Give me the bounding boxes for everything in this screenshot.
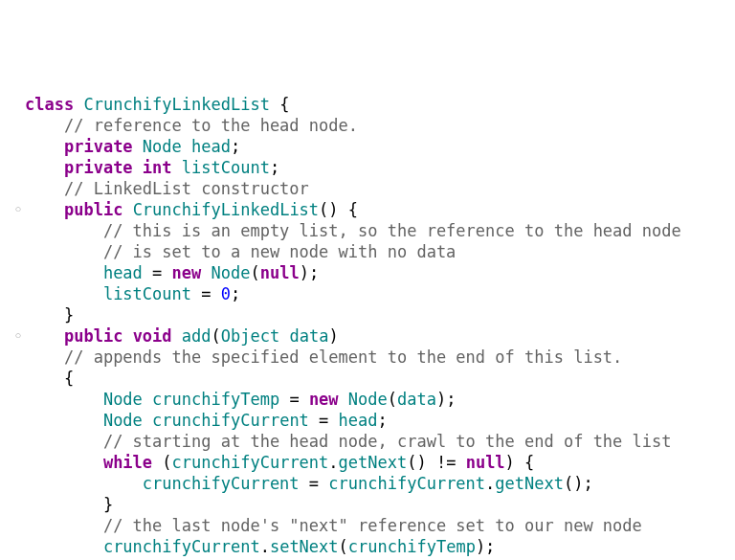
token-black [143,411,152,430]
token-black: (); [564,474,593,493]
token-kw: while [103,453,152,472]
token-id: data [289,326,328,346]
token-black [201,263,211,282]
token-black: . [260,537,270,556]
token-id: crunchifyCurrent [172,453,329,472]
token-id: head [103,263,143,282]
token-id: getNext [495,474,564,493]
token-cmt: // reference to the head node. [64,116,358,135]
code-line-content: // the last node's "next" reference set … [25,515,722,536]
code-line-content: crunchifyCurrent = crunchifyCurrent.getN… [25,473,722,494]
token-id: Node [348,390,388,409]
code-line-content: // LinkedList constructor [25,178,722,199]
code-line: crunchifyCurrent.setNext(crunchifyTemp); [13,536,722,557]
token-black: ( [152,453,171,472]
token-black: = [191,284,221,303]
token-black: = [300,474,329,493]
token-id: listCount [182,158,270,177]
token-black: ); [476,537,495,556]
token-black [74,95,83,114]
token-cmt: // appends the specified element to the … [64,347,622,367]
token-black: { [270,95,289,114]
token-black: ); [300,263,319,282]
token-black [143,390,152,409]
token-black: ( [250,263,259,282]
token-black: ( [339,537,348,556]
token-id: CrunchifyLinkedList [83,95,269,114]
token-black: . [328,453,338,472]
token-id: Node [143,137,182,156]
token-black: ( [388,390,397,409]
code-line-content: while (crunchifyCurrent.getNext() != nul… [25,452,722,473]
token-black: ); [436,390,456,409]
token-id: crunchifyCurrent [152,411,309,430]
token-id: listCount [103,284,191,303]
code-line: while (crunchifyCurrent.getNext() != nul… [13,452,722,473]
code-line: private int listCount; [13,157,722,178]
token-null: null [466,453,505,472]
code-line: Node crunchifyCurrent = head; [13,410,722,431]
code-line-content: listCount = 0; [25,283,722,304]
token-black [133,158,143,177]
gutter-marker-icon [13,199,25,220]
code-line-content: Node crunchifyCurrent = head; [25,410,722,431]
code-line: { [13,368,722,389]
token-black: ; [378,411,388,430]
code-line: Node crunchifyTemp = new Node(data); [13,389,722,410]
token-id: Node [103,390,143,409]
code-line: class CrunchifyLinkedList { [13,94,722,115]
code-line-content: Node crunchifyTemp = new Node(data); [25,389,722,410]
code-line-content: // is set to a new node with no data [25,241,722,262]
token-id: crunchifyCurrent [103,537,260,556]
token-id: add [182,326,212,346]
token-black: ) { [505,453,535,472]
token-id: Object [221,326,279,346]
token-cmt: // LinkedList constructor [64,179,309,198]
token-cmt: // this is an empty list, so the referen… [103,221,681,240]
token-null: null [260,263,300,282]
code-line-content: public CrunchifyLinkedList() { [25,199,722,220]
code-line-content: // appends the specified element to the … [25,347,722,368]
token-black: } [64,305,74,325]
token-kw: private [64,137,133,156]
token-kw: new [172,263,202,282]
code-line: listCount = 0; [13,283,722,304]
code-line: crunchifyCurrent = crunchifyCurrent.getN… [13,473,722,494]
token-kw: public [64,200,122,219]
token-id: Node [212,263,251,282]
code-line-content: // starting at the head node, crawl to t… [25,431,722,452]
token-id: data [397,390,436,409]
token-id: head [191,137,231,156]
token-id: crunchifyCurrent [143,474,300,493]
token-id: Node [103,411,143,430]
token-cmt: // starting at the head node, crawl to t… [103,432,672,451]
token-id: head [339,411,378,430]
code-block: class CrunchifyLinkedList { // reference… [13,94,722,560]
code-line-content: // this is an empty list, so the referen… [25,220,722,241]
token-black [122,200,132,219]
token-black: () { [319,200,358,219]
code-line-content: head = new Node(null); [25,262,722,283]
token-kw: void [133,326,172,346]
token-id: setNext [270,537,339,556]
code-line: // appends the specified element to the … [13,347,722,368]
token-black [172,158,182,177]
token-cmt: // is set to a new node with no data [103,242,456,261]
code-line: } [13,494,722,515]
token-black: ) [328,326,338,346]
code-line-content: } [25,304,722,325]
token-id: getNext [339,453,408,472]
code-line: public CrunchifyLinkedList() { [13,199,722,220]
code-line: // the last node's "next" reference set … [13,515,722,536]
code-line: public void add(Object data) [13,325,722,347]
code-line: private Node head; [13,136,722,157]
token-id: crunchifyTemp [152,390,279,409]
token-black: ; [270,158,279,177]
token-id: CrunchifyLinkedList [133,200,319,219]
token-black: . [485,474,495,493]
token-black [133,137,143,156]
gutter-marker-icon [13,325,25,347]
code-line-content: { [25,368,722,389]
code-line-content: } [25,494,722,515]
token-num: 0 [221,284,231,303]
